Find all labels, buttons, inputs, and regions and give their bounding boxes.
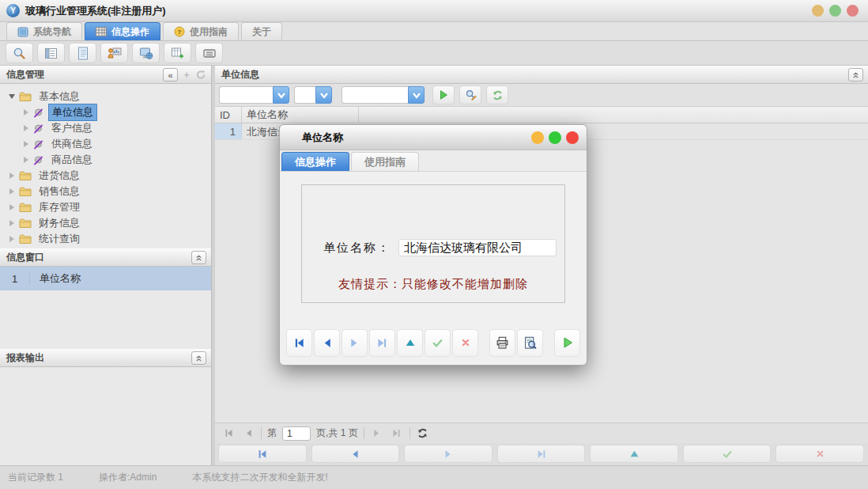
- printer-tray-button[interactable]: [195, 43, 223, 63]
- dialog-confirm-button[interactable]: [425, 329, 451, 357]
- refresh-button[interactable]: [486, 85, 508, 104]
- tree-item-finance-info[interactable]: 财务信息: [0, 215, 211, 231]
- cell-id: 1: [215, 123, 242, 139]
- unit-name-input[interactable]: [398, 239, 557, 256]
- minimize-button[interactable]: [812, 5, 824, 17]
- page-number-input[interactable]: [282, 426, 311, 441]
- cancel-button[interactable]: [776, 445, 864, 463]
- prev-page-button[interactable]: [241, 428, 255, 438]
- collapsed-arrow-icon[interactable]: [9, 204, 14, 210]
- collapse-sidebar-button[interactable]: «: [163, 68, 178, 82]
- dialog-first-button[interactable]: [286, 329, 312, 357]
- tree-item-supplier-info[interactable]: 供商信息: [0, 136, 211, 152]
- tree-item-customer-info[interactable]: 客户信息: [0, 120, 211, 136]
- form-view-button[interactable]: [37, 43, 65, 63]
- collapsed-arrow-icon[interactable]: [9, 188, 14, 195]
- folder-icon: [19, 218, 32, 229]
- monitor-globe-button[interactable]: [132, 43, 160, 63]
- collapse-panel-button[interactable]: [191, 351, 206, 365]
- chevron-down-icon[interactable]: [408, 86, 425, 104]
- tree-item-sales-info[interactable]: 销售信息: [0, 184, 211, 199]
- panel-header-report-output: 报表输出: [0, 349, 211, 367]
- next-page-button[interactable]: [370, 428, 384, 438]
- last-record-button[interactable]: [497, 445, 586, 463]
- panel-header-info-window: 信息窗口: [0, 248, 211, 267]
- reload-button[interactable]: [416, 427, 430, 439]
- search-button[interactable]: [6, 43, 33, 63]
- tree-item-inventory[interactable]: 库存管理: [0, 199, 211, 215]
- collapsed-arrow-icon[interactable]: [24, 157, 28, 163]
- next-record-button[interactable]: [404, 445, 492, 463]
- table-add-button[interactable]: [164, 43, 191, 63]
- collapsed-arrow-icon[interactable]: [9, 172, 14, 179]
- column-header-filler: [359, 107, 868, 123]
- prev-record-button[interactable]: [311, 445, 400, 463]
- last-page-button[interactable]: [390, 428, 404, 438]
- filter-combo-2[interactable]: [294, 86, 332, 104]
- execute-query-button[interactable]: [432, 85, 455, 104]
- info-tree: 基本信息 单位信息 客户信息: [0, 84, 211, 248]
- filter-combo-1[interactable]: [219, 86, 289, 104]
- tab-system-nav[interactable]: 系统导航: [6, 22, 82, 40]
- dialog-cancel-button[interactable]: [452, 329, 478, 357]
- tree-item-statistics[interactable]: 统计查询: [0, 231, 211, 247]
- first-record-icon: [257, 449, 268, 460]
- filter-combo-3[interactable]: [342, 86, 425, 104]
- refresh-icon[interactable]: [195, 70, 206, 80]
- tab-about[interactable]: 关于: [241, 22, 282, 40]
- dialog-titlebar[interactable]: 单位名称: [280, 125, 587, 150]
- dialog-tab-user-guide[interactable]: 使用指南: [351, 152, 419, 171]
- collapse-panel-button[interactable]: [191, 251, 206, 264]
- first-record-button[interactable]: [218, 445, 307, 463]
- dialog-last-button[interactable]: [369, 329, 395, 357]
- dialog-minimize-button[interactable]: [531, 131, 544, 144]
- column-header-name[interactable]: 单位名称: [242, 107, 359, 123]
- dialog-print-preview-button[interactable]: [517, 329, 543, 357]
- tree-label: 供商信息: [48, 136, 96, 152]
- tree-item-basic-info[interactable]: 基本信息: [0, 89, 211, 104]
- info-window-row[interactable]: 1 单位名称: [0, 267, 211, 290]
- confirm-button[interactable]: [683, 445, 772, 463]
- dialog-maximize-button[interactable]: [549, 131, 561, 144]
- prev-page-icon: [243, 428, 254, 438]
- edit-record-button[interactable]: [590, 445, 678, 463]
- chevron-down-icon[interactable]: [315, 86, 332, 104]
- collapsed-arrow-icon[interactable]: [9, 236, 14, 242]
- expanded-arrow-icon[interactable]: [9, 94, 15, 99]
- tree-item-product-info[interactable]: 商品信息: [0, 152, 211, 168]
- chevron-up-double-icon: [851, 70, 860, 79]
- tab-user-guide[interactable]: ? 使用指南: [163, 22, 239, 40]
- dialog-next-button[interactable]: [342, 329, 368, 357]
- collapsed-arrow-icon[interactable]: [24, 141, 28, 147]
- collapsed-arrow-icon[interactable]: [24, 125, 28, 131]
- tree-label: 统计查询: [36, 231, 83, 247]
- maximize-button[interactable]: [829, 5, 841, 17]
- find-edit-button[interactable]: [459, 85, 481, 104]
- tab-label: 信息操作: [111, 25, 149, 39]
- tree-item-unit-info[interactable]: 单位信息: [0, 104, 211, 120]
- first-page-button[interactable]: [221, 428, 236, 438]
- collapsed-arrow-icon[interactable]: [24, 109, 28, 116]
- chevron-down-icon[interactable]: [273, 86, 289, 104]
- dialog-close-button[interactable]: [566, 131, 579, 144]
- tab-info-operation[interactable]: 信息操作: [85, 22, 160, 40]
- tree-item-purchase-info[interactable]: 进货信息: [0, 168, 211, 184]
- user-report-button[interactable]: [100, 43, 128, 63]
- collapse-panel-button[interactable]: [848, 68, 863, 82]
- panel-header-info-management: 信息管理 « +: [0, 66, 211, 84]
- close-button[interactable]: [847, 5, 859, 17]
- dialog-body: 单位名称： 友情提示：只能修改不能增加删除: [280, 172, 587, 317]
- dialog-prev-button[interactable]: [314, 329, 340, 357]
- dialog-print-button[interactable]: [489, 329, 515, 357]
- unit-name-field-row: 单位名称：: [302, 239, 564, 256]
- dialog-run-button[interactable]: [554, 329, 580, 357]
- add-icon[interactable]: +: [181, 69, 192, 81]
- column-header-id[interactable]: ID: [215, 107, 242, 123]
- reload-icon: [417, 427, 428, 439]
- dialog-edit-button[interactable]: [397, 329, 423, 357]
- folder-icon: [19, 187, 32, 197]
- dialog-tab-info-operation[interactable]: 信息操作: [281, 152, 349, 171]
- collapsed-arrow-icon[interactable]: [9, 220, 14, 226]
- document-button[interactable]: [69, 43, 96, 63]
- tool-icon: [33, 139, 44, 150]
